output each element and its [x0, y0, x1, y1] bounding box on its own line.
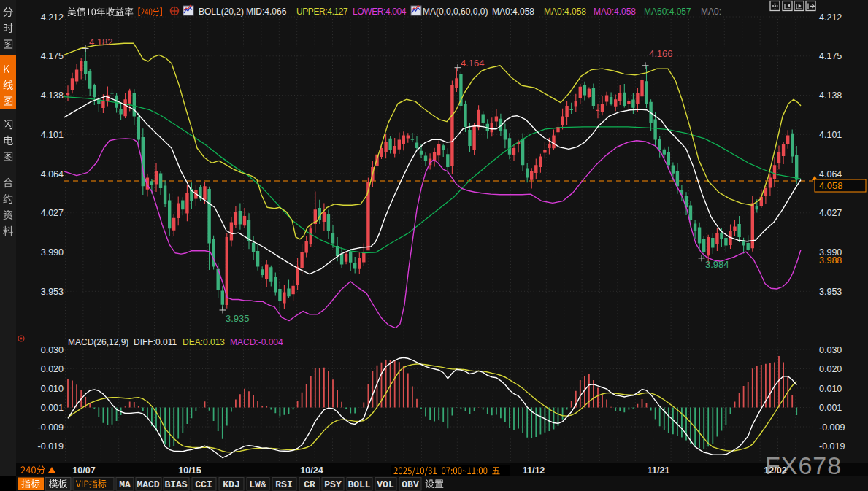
svg-text:-0.009: -0.009 — [819, 422, 845, 433]
svg-text:4.138: 4.138 — [41, 90, 64, 101]
svg-text:MA0:: MA0: — [701, 7, 721, 17]
svg-text:PSY: PSY — [324, 479, 342, 490]
svg-text:-0.009: -0.009 — [38, 422, 64, 433]
svg-text:MID:4.066: MID:4.066 — [246, 7, 287, 17]
svg-text:MA60:4.057: MA60:4.057 — [644, 7, 691, 17]
svg-text:4.064: 4.064 — [819, 169, 842, 179]
svg-text:-0.019: -0.019 — [38, 441, 64, 452]
svg-text:4.175: 4.175 — [41, 51, 64, 61]
svg-text:11/12: 11/12 — [523, 465, 545, 476]
svg-text:4.027: 4.027 — [41, 208, 64, 218]
svg-text:4.166: 4.166 — [649, 48, 673, 59]
svg-text:4.101: 4.101 — [819, 130, 842, 140]
svg-text:10/24: 10/24 — [300, 465, 323, 476]
svg-text:MA0:4.058: MA0:4.058 — [492, 7, 534, 17]
svg-text:4.212: 4.212 — [41, 12, 64, 23]
svg-text:3.953: 3.953 — [819, 287, 842, 297]
svg-text:3.984: 3.984 — [705, 259, 729, 270]
svg-text:CCI: CCI — [195, 479, 212, 490]
svg-text:4.064: 4.064 — [41, 169, 64, 179]
svg-text:0.030: 0.030 — [819, 345, 842, 355]
svg-text:BOLL: BOLL — [347, 479, 370, 490]
svg-text:4.138: 4.138 — [819, 90, 842, 101]
svg-text:4.101: 4.101 — [41, 130, 64, 140]
svg-text:DIFF:0.011: DIFF:0.011 — [134, 337, 177, 347]
svg-text:UPPER:4.127: UPPER:4.127 — [296, 7, 348, 17]
svg-text:MACD: MACD — [137, 479, 159, 490]
svg-text:0.010: 0.010 — [819, 384, 842, 394]
svg-text:0.001: 0.001 — [819, 403, 842, 413]
svg-text:LW&: LW& — [249, 479, 266, 490]
svg-text:4.182: 4.182 — [89, 36, 113, 47]
svg-text:MACD(26,12,9): MACD(26,12,9) — [68, 337, 128, 347]
svg-text:MA0:4.058: MA0:4.058 — [544, 7, 586, 17]
svg-text:0.030: 0.030 — [41, 345, 64, 355]
svg-text:LOWER:4.004: LOWER:4.004 — [353, 7, 407, 17]
svg-text:0.020: 0.020 — [819, 364, 842, 374]
svg-text:10/15: 10/15 — [178, 465, 201, 476]
svg-text:VOL: VOL — [377, 479, 394, 490]
svg-text:10/07: 10/07 — [72, 465, 95, 476]
svg-text:CR: CR — [304, 479, 315, 490]
svg-text:-0.019: -0.019 — [819, 441, 845, 452]
svg-text:11/21: 11/21 — [648, 465, 670, 476]
svg-text:4.027: 4.027 — [819, 208, 842, 218]
svg-text:MACD:-0.004: MACD:-0.004 — [230, 337, 283, 347]
svg-text:4.164: 4.164 — [461, 58, 485, 69]
svg-text:3.935: 3.935 — [226, 313, 250, 324]
svg-text:DEA:0.013: DEA:0.013 — [183, 337, 225, 347]
svg-text:3.988: 3.988 — [819, 255, 842, 266]
svg-text:KDJ: KDJ — [223, 479, 239, 490]
svg-text:MA(0,0,0,60,0,0): MA(0,0,0,60,0,0) — [423, 7, 488, 17]
svg-text:3.953: 3.953 — [41, 287, 64, 297]
svg-text:MA0:4.058: MA0:4.058 — [594, 7, 636, 17]
svg-text:BOLL(20,2): BOLL(20,2) — [199, 7, 244, 17]
svg-text:0.001: 0.001 — [41, 403, 64, 413]
svg-text:RSI: RSI — [275, 479, 292, 490]
svg-text:4.058: 4.058 — [819, 180, 843, 191]
svg-text:0.010: 0.010 — [41, 384, 64, 394]
svg-text:12/02: 12/02 — [764, 465, 786, 476]
svg-text:OBV: OBV — [402, 479, 419, 490]
svg-text:4.175: 4.175 — [819, 51, 842, 61]
svg-text:3.990: 3.990 — [41, 247, 64, 258]
svg-text:BIAS: BIAS — [164, 479, 187, 490]
svg-text:0.020: 0.020 — [41, 364, 64, 374]
svg-text:MA: MA — [119, 479, 131, 490]
svg-text:4.212: 4.212 — [819, 12, 842, 23]
